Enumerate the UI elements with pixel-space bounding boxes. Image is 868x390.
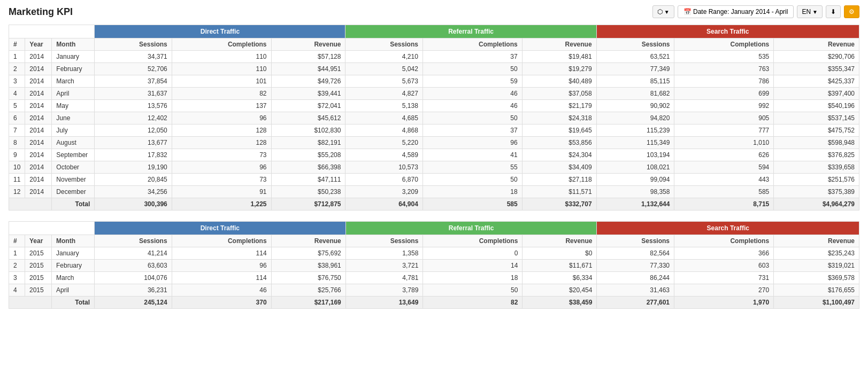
row-r-revenue: $40,489 bbox=[522, 75, 596, 88]
row-d-completions: 114 bbox=[172, 272, 271, 284]
row-s-revenue: $375,389 bbox=[774, 186, 859, 198]
row-month: January bbox=[52, 51, 95, 63]
row-r-revenue: $24,304 bbox=[522, 149, 596, 161]
row-month: May bbox=[52, 100, 95, 112]
cube-button[interactable]: ⬡ ▼ bbox=[652, 5, 674, 18]
row-num: 3 bbox=[9, 75, 25, 88]
row-s-sessions: 94,820 bbox=[596, 112, 674, 124]
row-num: 9 bbox=[9, 149, 25, 161]
row-d-completions: 46 bbox=[172, 284, 271, 297]
row-month: December bbox=[52, 186, 95, 198]
row-year: 2014 bbox=[25, 63, 52, 75]
row-year: 2014 bbox=[25, 88, 52, 100]
table-row: 1 2014 January 34,371 110 $57,128 4,210 … bbox=[9, 51, 859, 63]
row-s-completions: 443 bbox=[674, 174, 774, 186]
row-d-revenue: $50,238 bbox=[271, 186, 345, 198]
col-year-2: Year bbox=[25, 235, 52, 247]
row-d-revenue: $25,766 bbox=[271, 284, 345, 297]
calendar-icon: 📅 bbox=[683, 8, 692, 15]
row-s-sessions: 90,902 bbox=[596, 100, 674, 112]
table-row: 2 2014 February 52,706 110 $44,951 5,042… bbox=[9, 63, 859, 75]
row-r-revenue: $53,856 bbox=[522, 137, 596, 149]
row-d-sessions: 20,845 bbox=[95, 174, 172, 186]
direct-traffic-header: Direct Traffic bbox=[95, 25, 345, 38]
row-d-completions: 96 bbox=[172, 112, 271, 124]
total-r-completions: 82 bbox=[423, 297, 523, 309]
row-r-sessions: 10,573 bbox=[345, 161, 423, 174]
row-d-revenue: $49,726 bbox=[271, 75, 345, 88]
table-row: 2 2015 February 63,603 96 $38,961 3,721 … bbox=[9, 260, 859, 272]
row-s-revenue: $290,706 bbox=[774, 51, 859, 63]
row-year: 2015 bbox=[25, 247, 52, 260]
col-r-completions: Completions bbox=[423, 38, 522, 51]
row-num: 4 bbox=[9, 284, 25, 297]
col-r-sessions-2: Sessions bbox=[345, 235, 423, 247]
col-s-revenue-2: Revenue bbox=[774, 235, 859, 247]
settings-button[interactable]: ⚙ bbox=[844, 5, 859, 18]
date-range-button[interactable]: 📅 Date Range: January 2014 - April bbox=[678, 5, 794, 18]
row-d-sessions: 34,371 bbox=[95, 51, 172, 63]
row-s-completions: 699 bbox=[674, 88, 774, 100]
col-d-sessions: Sessions bbox=[95, 38, 172, 51]
total-d-completions: 370 bbox=[172, 297, 271, 309]
download-button[interactable]: ⬇ bbox=[826, 5, 841, 18]
row-r-sessions: 4,210 bbox=[345, 51, 423, 63]
col-d-revenue: Revenue bbox=[271, 38, 345, 51]
table-row: 4 2014 April 31,637 82 $39,441 4,827 46 … bbox=[9, 88, 859, 100]
row-r-sessions: 5,673 bbox=[345, 75, 423, 88]
row-r-sessions: 6,870 bbox=[345, 174, 423, 186]
row-s-completions: 270 bbox=[674, 284, 774, 297]
total-d-sessions: 300,396 bbox=[95, 198, 172, 210]
row-month: November bbox=[52, 174, 95, 186]
row-s-sessions: 81,682 bbox=[596, 88, 674, 100]
total-d-revenue: $712,875 bbox=[271, 198, 345, 210]
row-year: 2015 bbox=[25, 272, 52, 284]
col-s-completions-2: Completions bbox=[674, 235, 774, 247]
col-month: Month bbox=[52, 38, 95, 51]
row-num: 10 bbox=[9, 161, 25, 174]
table-section-2014: Direct Traffic Referral Traffic Search T… bbox=[9, 25, 859, 210]
col-d-completions: Completions bbox=[172, 38, 271, 51]
col-s-sessions: Sessions bbox=[596, 38, 674, 51]
row-r-revenue: $0 bbox=[523, 247, 597, 260]
col-d-completions-2: Completions bbox=[172, 235, 271, 247]
row-s-completions: 535 bbox=[674, 51, 774, 63]
total-d-revenue: $217,169 bbox=[271, 297, 345, 309]
row-num: 2 bbox=[9, 63, 25, 75]
search-traffic-header: Search Traffic bbox=[596, 25, 859, 38]
row-s-completions: 366 bbox=[674, 247, 774, 260]
table-row: 12 2014 December 34,256 91 $50,238 3,209… bbox=[9, 186, 859, 198]
row-r-completions: 18 bbox=[423, 186, 522, 198]
row-d-sessions: 19,190 bbox=[95, 161, 172, 174]
row-d-sessions: 31,637 bbox=[95, 88, 172, 100]
row-year: 2014 bbox=[25, 51, 52, 63]
row-s-completions: 1,010 bbox=[674, 137, 774, 149]
row-d-sessions: 13,576 bbox=[95, 100, 172, 112]
row-d-completions: 137 bbox=[172, 100, 271, 112]
lang-button[interactable]: EN ▼ bbox=[797, 5, 823, 18]
row-r-completions: 50 bbox=[423, 112, 522, 124]
table-row: 1 2015 January 41,214 114 $75,692 1,358 … bbox=[9, 247, 859, 260]
row-month: March bbox=[52, 272, 95, 284]
row-num: 6 bbox=[9, 112, 25, 124]
col-hash: # bbox=[9, 38, 25, 51]
cube-icon: ⬡ bbox=[657, 8, 663, 15]
col-year: Year bbox=[25, 38, 52, 51]
col-header-row: # Year Month Sessions Completions Revenu… bbox=[9, 38, 859, 51]
row-s-completions: 731 bbox=[674, 272, 774, 284]
row-year: 2014 bbox=[25, 137, 52, 149]
row-s-revenue: $540,196 bbox=[774, 100, 859, 112]
col-d-revenue-2: Revenue bbox=[271, 235, 345, 247]
row-r-sessions: 4,781 bbox=[345, 272, 423, 284]
row-d-completions: 96 bbox=[172, 161, 271, 174]
row-month: April bbox=[52, 88, 95, 100]
lang-label: EN bbox=[802, 8, 811, 15]
row-d-sessions: 34,256 bbox=[95, 186, 172, 198]
row-d-completions: 73 bbox=[172, 174, 271, 186]
row-year: 2014 bbox=[25, 161, 52, 174]
total-r-sessions: 64,904 bbox=[345, 198, 423, 210]
row-month: June bbox=[52, 112, 95, 124]
row-num: 8 bbox=[9, 137, 25, 149]
row-s-completions: 905 bbox=[674, 112, 774, 124]
row-r-sessions: 5,042 bbox=[345, 63, 423, 75]
